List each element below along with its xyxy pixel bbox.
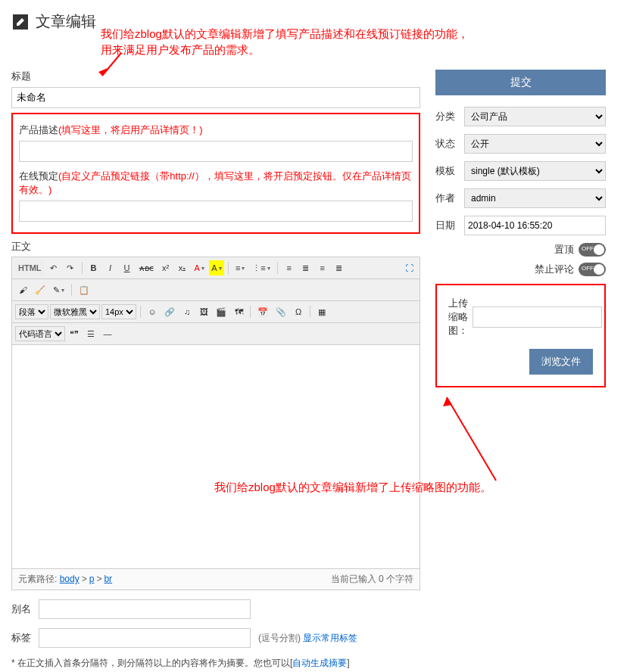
submit-button[interactable]: 提交 xyxy=(435,70,606,95)
special-char-icon[interactable]: Ω xyxy=(291,304,306,319)
thumb-label: 上传缩略图： xyxy=(448,297,468,338)
font-size-select[interactable]: 14px xyxy=(101,304,136,319)
format-menu-icon[interactable]: ✎ xyxy=(50,282,67,297)
date-input[interactable] xyxy=(464,216,606,235)
date-icon[interactable]: 📅 xyxy=(254,304,271,319)
template-label: 模板 xyxy=(435,164,458,178)
show-common-tags-link[interactable]: 显示常用标签 xyxy=(303,633,357,643)
no-comment-toggle[interactable]: OFF xyxy=(579,263,606,276)
superscript-icon[interactable]: x² xyxy=(158,260,173,275)
category-label: 分类 xyxy=(435,110,458,123)
summary-hint: * 在正文插入首条分隔符，则分隔符以上的内容将作为摘要。您也可以[自动生成摘要] xyxy=(11,657,420,670)
word-count: 当前已输入 0 个字符 xyxy=(331,573,413,586)
tags-label: 标签 xyxy=(11,631,31,645)
html-source-button[interactable]: HTML xyxy=(15,260,45,275)
online-booking-input[interactable] xyxy=(19,201,413,222)
path-p[interactable]: p xyxy=(89,574,95,584)
browse-file-button[interactable]: 浏览文件 xyxy=(529,349,593,375)
undo-icon[interactable]: ↶ xyxy=(46,260,61,275)
thumb-path-input[interactable] xyxy=(473,306,602,328)
font-color-icon[interactable]: A xyxy=(192,260,207,275)
format-paint-icon[interactable]: 🖌 xyxy=(15,282,30,297)
product-desc-input[interactable] xyxy=(19,141,413,162)
music-icon[interactable]: ♫ xyxy=(179,304,195,319)
online-booking-label: 在线预定(自定义产品预定链接（带http://），填写这里，将开启预定按钮。仅在… xyxy=(19,170,413,197)
status-label: 状态 xyxy=(435,137,458,151)
highlighted-fields-box: 产品描述(填写这里，将启用产品详情页！) 在线预定(自定义产品预定链接（带htt… xyxy=(11,113,420,234)
date-label: 日期 xyxy=(435,219,458,232)
sticky-toggle[interactable]: OFF xyxy=(579,243,606,257)
annotation-bottom: 我们给zblog默认的文章编辑新增了上传缩略图的功能。 xyxy=(214,481,491,495)
editor-footer: 元素路径: body>p>br 当前已输入 0 个字符 xyxy=(12,568,420,590)
emoji-icon[interactable]: ☺ xyxy=(145,304,160,319)
no-comment-label: 禁止评论 xyxy=(535,263,574,276)
ordered-list-icon[interactable]: ≡ xyxy=(232,260,248,275)
title-input[interactable] xyxy=(11,87,420,108)
editor-content-area[interactable] xyxy=(12,345,420,568)
path-body[interactable]: body xyxy=(60,574,80,584)
code-lang-select[interactable]: 代码语言 xyxy=(15,326,65,341)
hr-icon[interactable]: — xyxy=(100,326,115,341)
quote-icon[interactable]: ❝❞ xyxy=(67,326,82,341)
annotation-top: 我们给zblog默认的文章编辑新增了填写产品描述和在线预订链接的功能， 用来满足… xyxy=(101,26,469,58)
align-left-icon[interactable]: ≡ xyxy=(282,260,297,275)
align-right-icon[interactable]: ≡ xyxy=(315,260,330,275)
bg-color-icon[interactable]: A xyxy=(209,260,224,275)
redo-icon[interactable]: ↷ xyxy=(63,260,78,275)
auto-summary-link[interactable]: 自动生成摘要 xyxy=(292,658,347,668)
link-icon[interactable]: 🔗 xyxy=(161,304,178,319)
left-column: 标题 产品描述(填写这里，将启用产品详情页！) 在线预定(自定义产品预定链接（带… xyxy=(11,70,420,670)
status-select[interactable]: 公开 xyxy=(464,134,606,154)
editor-toolbar-row-1: HTML ↶ ↷ B I U ᴀʙᴄ x² x₂ A A ≡ ⋮≡ ≡ ≣ ≡ … xyxy=(12,257,420,279)
tags-hint: (逗号分割) 显示常用标签 xyxy=(258,632,357,645)
attachment-icon[interactable]: 📎 xyxy=(273,304,289,319)
fullscreen-icon[interactable]: ⛶ xyxy=(401,260,416,275)
tags-input[interactable] xyxy=(39,628,251,648)
editor-toolbar-row-2: 🖌 🧹 ✎ 📋 xyxy=(12,279,420,301)
product-desc-label: 产品描述(填写这里，将启用产品详情页！) xyxy=(19,123,413,137)
rich-text-editor: HTML ↶ ↷ B I U ᴀʙᴄ x² x₂ A A ≡ ⋮≡ ≡ ≣ ≡ … xyxy=(11,257,420,590)
page-title: 文章编辑 xyxy=(36,11,96,32)
editor-toolbar-row-4: 代码语言 ❝❞ ☰ — xyxy=(12,323,420,345)
table-icon[interactable]: ▦ xyxy=(314,304,329,319)
paragraph-select[interactable]: 段落 xyxy=(15,304,48,319)
author-select[interactable]: admin xyxy=(464,188,606,208)
code-block-icon[interactable]: ☰ xyxy=(83,326,98,341)
bold-icon[interactable]: B xyxy=(86,260,101,275)
body-label: 正文 xyxy=(11,240,420,254)
italic-icon[interactable]: I xyxy=(103,260,118,275)
unordered-list-icon[interactable]: ⋮≡ xyxy=(249,260,273,275)
align-justify-icon[interactable]: ≣ xyxy=(332,260,347,275)
thumbnail-upload-box: 上传缩略图： 浏览文件 xyxy=(435,284,606,387)
subscript-icon[interactable]: x₂ xyxy=(175,260,190,275)
template-select[interactable]: single (默认模板) xyxy=(464,161,606,181)
sticky-label: 置顶 xyxy=(554,243,574,257)
clear-format-icon[interactable]: 🧹 xyxy=(32,282,48,297)
element-path: 元素路径: body>p>br xyxy=(18,573,112,586)
align-center-icon[interactable]: ≣ xyxy=(298,260,314,275)
underline-icon[interactable]: U xyxy=(120,260,135,275)
strikethrough-icon[interactable]: ᴀʙᴄ xyxy=(136,260,157,275)
author-label: 作者 xyxy=(435,191,458,205)
edit-icon xyxy=(11,13,30,31)
editor-toolbar-row-3: 段落 微软雅黑 14px ☺ 🔗 ♫ 🖼 🎬 🗺 📅 📎 Ω ▦ xyxy=(12,301,420,323)
font-family-select[interactable]: 微软雅黑 xyxy=(50,304,100,319)
path-br[interactable]: br xyxy=(104,574,112,584)
title-label: 标题 xyxy=(11,70,420,83)
alias-label: 别名 xyxy=(11,602,31,616)
map-icon[interactable]: 🗺 xyxy=(231,304,246,319)
right-column: 提交 分类 公司产品 状态 公开 模板 single (默认模板) 作者 adm… xyxy=(435,70,606,670)
video-icon[interactable]: 🎬 xyxy=(213,304,229,319)
category-select[interactable]: 公司产品 xyxy=(464,107,606,126)
alias-input[interactable] xyxy=(39,599,251,619)
paste-icon[interactable]: 📋 xyxy=(76,282,92,297)
image-icon[interactable]: 🖼 xyxy=(196,304,211,319)
